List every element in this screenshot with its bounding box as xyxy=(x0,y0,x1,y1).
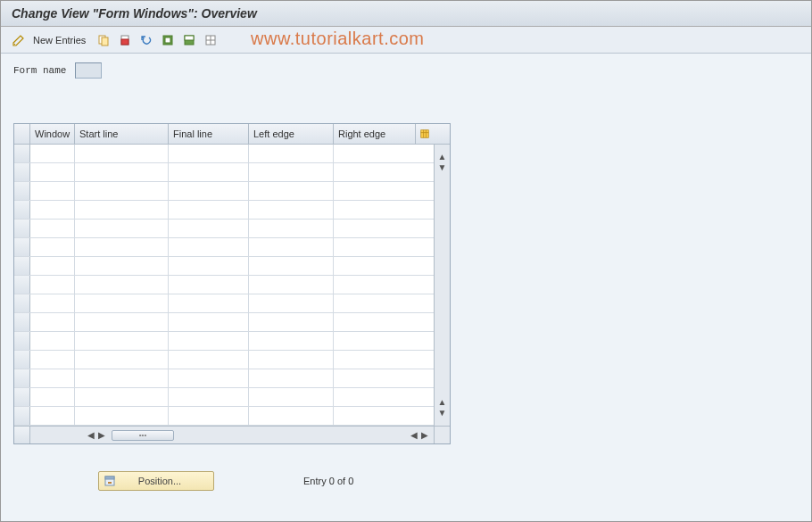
form-windows-table: Window Start line Final line Left edge R… xyxy=(13,123,451,444)
form-name-row: Form name xyxy=(13,62,799,79)
table-row[interactable] xyxy=(14,313,434,332)
form-name-input[interactable] xyxy=(75,62,102,79)
copy-icon[interactable] xyxy=(95,31,112,49)
scroll-right-icon[interactable]: ▶ xyxy=(421,431,428,440)
table-row[interactable] xyxy=(14,294,434,313)
column-left-edge[interactable]: Left edge xyxy=(249,124,334,144)
scroll-up-icon[interactable]: ▲ xyxy=(438,153,447,162)
watermark-text: www.tutorialkart.com xyxy=(251,29,425,49)
table-row[interactable] xyxy=(14,145,434,163)
svg-rect-3 xyxy=(121,39,128,45)
position-button[interactable]: Position... xyxy=(98,471,214,491)
table-header: Window Start line Final line Left edge R… xyxy=(14,124,450,145)
change-icon[interactable] xyxy=(10,31,28,49)
position-icon xyxy=(103,474,117,488)
scroll-right-icon[interactable]: ▶ xyxy=(98,431,105,440)
form-name-label: Form name xyxy=(13,65,66,76)
column-window[interactable]: Window xyxy=(30,124,75,144)
new-entries-button[interactable]: New Entries xyxy=(33,35,86,46)
table-body xyxy=(14,145,434,426)
scroll-down-icon[interactable]: ▼ xyxy=(438,163,447,172)
svg-rect-17 xyxy=(108,482,112,484)
table-row[interactable] xyxy=(14,351,434,369)
table-row[interactable] xyxy=(14,369,434,388)
table-row[interactable] xyxy=(14,163,434,182)
column-right-edge[interactable]: Right edge xyxy=(334,124,416,144)
footer-row: Position... Entry 0 of 0 xyxy=(13,471,799,491)
table-row[interactable] xyxy=(14,332,434,351)
deselect-all-icon[interactable] xyxy=(202,31,220,49)
horizontal-scrollbar[interactable]: ◀ ▶ ••• ◀ ▶ xyxy=(14,426,450,443)
content-area: Form name Window Start line Final line L… xyxy=(1,54,811,522)
select-block-icon[interactable] xyxy=(180,31,198,49)
entry-status: Entry 0 of 0 xyxy=(303,476,353,486)
table-row[interactable] xyxy=(14,388,434,407)
table-row[interactable] xyxy=(14,407,434,426)
svg-rect-7 xyxy=(185,36,194,40)
scroll-left-icon[interactable]: ◀ xyxy=(410,431,418,440)
table-row[interactable] xyxy=(14,182,434,201)
table-config-icon[interactable] xyxy=(416,124,434,144)
scroll-left-icon[interactable]: ◀ xyxy=(87,431,95,440)
column-start-line[interactable]: Start line xyxy=(75,124,169,144)
page-title: Change View "Form Windows": Overview xyxy=(1,1,811,27)
table-row[interactable] xyxy=(14,238,434,257)
table-row[interactable] xyxy=(14,201,434,220)
delete-icon[interactable] xyxy=(116,31,134,49)
scroll-down-icon[interactable]: ▼ xyxy=(438,409,447,418)
table-row[interactable] xyxy=(14,257,434,276)
column-final-line[interactable]: Final line xyxy=(169,124,249,144)
table-row[interactable] xyxy=(14,276,434,294)
table-row[interactable] xyxy=(14,220,434,238)
scroll-thumb[interactable]: ••• xyxy=(112,430,174,441)
scroll-up-icon[interactable]: ▲ xyxy=(438,398,447,407)
svg-rect-1 xyxy=(102,37,108,46)
svg-rect-5 xyxy=(165,37,170,43)
vertical-scrollbar[interactable]: ▲ ▼ ▲ ▼ xyxy=(434,145,450,426)
svg-rect-11 xyxy=(421,130,429,138)
svg-rect-16 xyxy=(105,476,114,479)
position-label: Position... xyxy=(120,476,210,486)
column-selector[interactable] xyxy=(14,124,30,144)
toolbar: New Entries www.tutorialkart.com xyxy=(1,27,811,54)
undo-icon[interactable] xyxy=(137,31,155,49)
select-all-icon[interactable] xyxy=(159,31,177,49)
